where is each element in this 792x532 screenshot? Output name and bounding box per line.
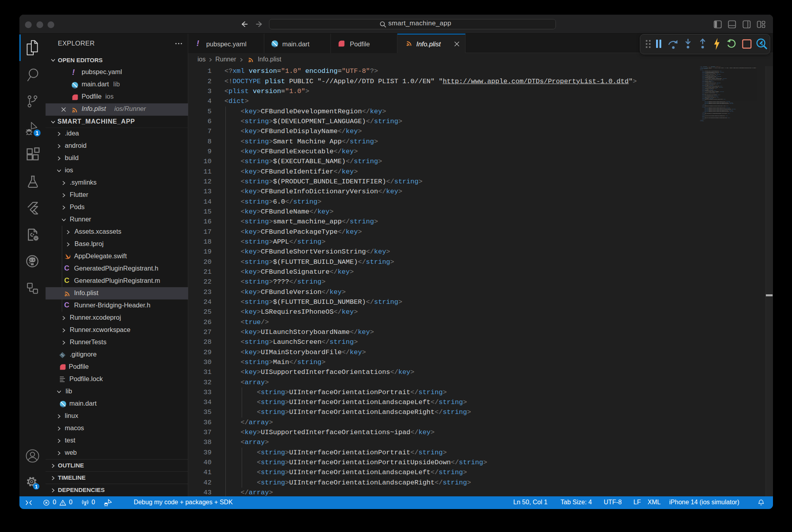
svg-text:1: 1 <box>36 130 39 136</box>
svg-text:1: 1 <box>35 484 38 490</box>
